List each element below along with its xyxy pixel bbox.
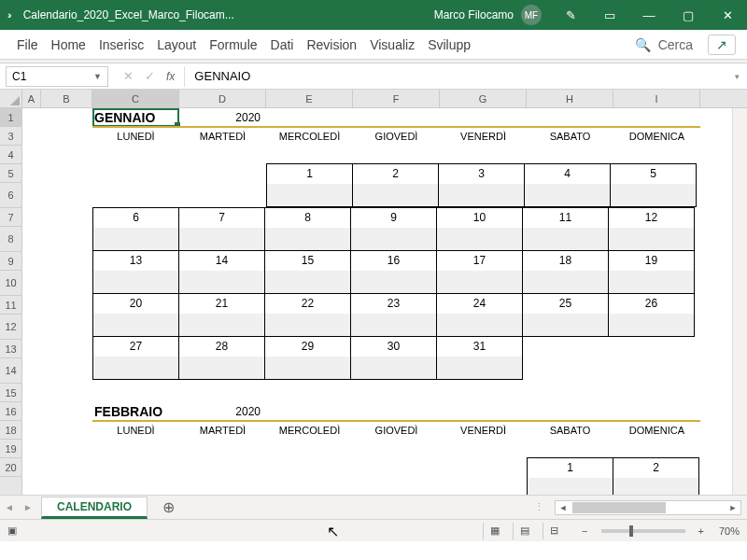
chevron-down-icon[interactable]: ▼ — [93, 72, 102, 81]
tab-file[interactable]: File — [11, 37, 44, 52]
calendar-cell[interactable]: 18 — [522, 250, 609, 294]
calendar-cell[interactable]: 8 — [264, 207, 351, 251]
sheet-nav-next[interactable]: ► — [19, 502, 37, 512]
ribbon-mode-icon[interactable]: ▭ — [590, 0, 629, 30]
calendar-cell[interactable]: 11 — [522, 207, 609, 251]
tab-formulas[interactable]: Formule — [204, 37, 262, 52]
row-header[interactable]: 11 — [0, 296, 21, 315]
row-header[interactable]: 6 — [0, 183, 21, 208]
add-sheet-button[interactable]: ⊕ — [157, 497, 179, 519]
calendar-cell[interactable]: 4 — [524, 163, 611, 207]
calendar-cell[interactable]: 7 — [178, 207, 265, 251]
row-header[interactable]: 19 — [0, 440, 21, 458]
horizontal-scrollbar[interactable]: ◄ ► — [555, 500, 741, 515]
tab-insert[interactable]: Inserisc — [93, 37, 149, 52]
column-header[interactable]: C — [92, 90, 179, 107]
calendar-cell[interactable]: 6 — [92, 207, 179, 251]
calendar-cell[interactable]: 16 — [350, 250, 437, 294]
select-all-corner[interactable] — [0, 90, 21, 108]
calendar-cell[interactable]: 20 — [92, 293, 179, 337]
page-break-view-icon[interactable]: ⊟ — [543, 523, 565, 539]
row-header[interactable]: 14 — [0, 358, 21, 384]
sheet-tab[interactable]: CALENDARIO — [41, 497, 148, 519]
fx-icon[interactable]: fx — [166, 70, 175, 83]
row-header[interactable]: 16 — [0, 402, 21, 421]
row-header[interactable]: 10 — [0, 271, 21, 296]
vertical-scrollbar[interactable] — [732, 108, 747, 495]
formula-input[interactable]: GENNAIO ▾ — [185, 69, 747, 83]
zoom-out-button[interactable]: − — [582, 525, 587, 537]
search-box[interactable]: 🔍 Cerca — [635, 37, 693, 52]
row-header[interactable]: 12 — [0, 315, 21, 340]
calendar-cell[interactable]: 3 — [438, 163, 525, 207]
row-header[interactable]: 9 — [0, 252, 21, 271]
column-header[interactable]: H — [527, 90, 613, 107]
calendar-cell[interactable]: 17 — [436, 250, 523, 294]
row-header[interactable]: 5 — [0, 164, 21, 183]
zoom-level[interactable]: 70% — [719, 525, 740, 537]
tab-layout[interactable]: Layout — [151, 37, 202, 52]
row-header[interactable]: 7 — [0, 208, 21, 227]
calendar-cell[interactable]: 31 — [436, 336, 523, 380]
user-name[interactable]: Marco Filocamo — [434, 8, 514, 21]
column-header[interactable]: I — [613, 90, 700, 107]
calendar-cell[interactable]: 9 — [350, 207, 437, 251]
scroll-left-icon[interactable]: ◄ — [556, 503, 571, 512]
calendar-cell[interactable]: 24 — [436, 293, 523, 337]
calendar-cell[interactable]: 13 — [92, 250, 179, 294]
column-header[interactable]: E — [266, 90, 353, 107]
tab-view[interactable]: Visualiz — [364, 37, 420, 52]
calendar-cell[interactable]: 29 — [264, 336, 351, 380]
tab-home[interactable]: Home — [46, 37, 92, 52]
sheet-tab-splitter[interactable]: ⋮ — [534, 501, 545, 513]
row-header[interactable]: 4 — [0, 146, 21, 164]
calendar-cell[interactable]: 19 — [608, 250, 695, 294]
expand-formula-icon[interactable]: ▾ — [735, 72, 740, 81]
column-header[interactable]: G — [440, 90, 527, 107]
record-macro-icon[interactable]: ▣ — [7, 525, 17, 537]
close-icon[interactable]: ✕ — [708, 0, 747, 30]
calendar-cell[interactable]: 1 — [527, 457, 613, 495]
share-button[interactable]: ↗ — [708, 35, 736, 55]
row-header[interactable]: 18 — [0, 421, 21, 440]
zoom-slider[interactable] — [601, 529, 685, 533]
page-layout-view-icon[interactable]: ▤ — [513, 523, 535, 539]
calendar-cell[interactable]: 2 — [613, 457, 699, 495]
calendar-cell[interactable]: 12 — [608, 207, 695, 251]
pen-icon[interactable]: ✎ — [551, 0, 590, 30]
tab-developer[interactable]: Svilupp — [422, 37, 476, 52]
calendar-cell[interactable]: 14 — [178, 250, 265, 294]
zoom-in-button[interactable]: + — [698, 525, 704, 537]
row-header[interactable]: 13 — [0, 340, 21, 358]
column-header[interactable]: F — [353, 90, 440, 107]
row-header[interactable]: 20 — [0, 458, 21, 477]
calendar-cell[interactable]: 22 — [264, 293, 351, 337]
accept-formula-icon[interactable]: ✓ — [145, 69, 155, 83]
calendar-cell[interactable]: 28 — [178, 336, 265, 380]
sheet-nav-prev[interactable]: ◄ — [0, 502, 19, 512]
maximize-icon[interactable]: ▢ — [669, 0, 708, 30]
cancel-formula-icon[interactable]: ✕ — [123, 69, 134, 83]
normal-view-icon[interactable]: ▦ — [483, 523, 505, 539]
calendar-cell[interactable]: 15 — [264, 250, 351, 294]
minimize-icon[interactable]: — — [629, 0, 669, 30]
calendar-cell[interactable]: 10 — [436, 207, 523, 251]
column-header[interactable]: D — [179, 90, 266, 107]
scroll-thumb[interactable] — [572, 502, 666, 513]
column-header[interactable]: A — [22, 90, 41, 107]
row-header[interactable]: 3 — [0, 127, 21, 146]
row-header[interactable]: 15 — [0, 384, 21, 402]
row-header[interactable]: 8 — [0, 227, 21, 252]
avatar[interactable]: MF — [521, 5, 542, 25]
tab-data[interactable]: Dati — [265, 37, 300, 52]
quick-access-overflow[interactable]: ›› — [7, 10, 10, 21]
calendar-cell[interactable]: 21 — [178, 293, 265, 337]
column-header[interactable]: B — [41, 90, 92, 107]
calendar-cell[interactable]: 2 — [352, 163, 439, 207]
scroll-right-icon[interactable]: ► — [726, 503, 740, 512]
tab-review[interactable]: Revision — [301, 37, 362, 52]
calendar-cell[interactable]: 23 — [350, 293, 437, 337]
name-box[interactable]: C1 ▼ — [6, 66, 108, 87]
calendar-cell[interactable]: 25 — [522, 293, 609, 337]
calendar-cell[interactable]: 30 — [350, 336, 437, 380]
